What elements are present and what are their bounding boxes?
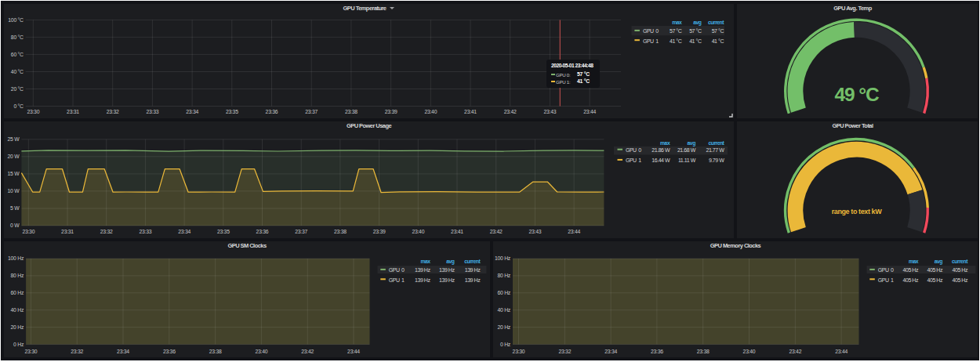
svg-text:405 Hz: 405 Hz [927,277,943,283]
svg-text:405 Hz: 405 Hz [953,267,968,273]
svg-text:139 Hz: 139 Hz [439,267,455,273]
svg-text:23:40: 23:40 [412,229,424,234]
svg-text:21.86 W: 21.86 W [652,147,670,153]
svg-text:GPU 1: GPU 1 [626,157,641,163]
svg-text:10 W: 10 W [8,188,20,194]
svg-text:23:38: 23:38 [697,349,710,354]
svg-text:405 Hz: 405 Hz [953,277,968,283]
svg-text:23:30: 23:30 [27,109,39,114]
svg-text:current: current [708,140,724,146]
svg-text:11.11 W: 11.11 W [678,157,696,163]
svg-text:60 Hz: 60 Hz [497,290,510,295]
svg-text:avg: avg [688,140,696,147]
svg-text:avg: avg [446,259,455,265]
svg-text:25 W: 25 W [8,136,20,142]
svg-text:23:40: 23:40 [743,349,756,354]
svg-text:23:31: 23:31 [61,229,74,234]
svg-text:0 W: 0 W [10,223,20,228]
svg-text:max: max [660,140,670,146]
svg-text:20 °C: 20 °C [11,86,24,92]
svg-text:GPU 0: GPU 0 [878,267,894,273]
svg-text:23:34: 23:34 [117,349,129,354]
svg-text:23:40: 23:40 [424,109,437,114]
svg-text:49 °C: 49 °C [834,84,879,105]
svg-text:23:32: 23:32 [558,349,571,354]
svg-text:57 °C: 57 °C [712,28,724,34]
svg-text:GPU 1: GPU 1 [643,38,659,44]
svg-text:80 Hz: 80 Hz [497,273,510,278]
svg-text:23:37: 23:37 [305,109,318,114]
svg-text:23:38: 23:38 [345,109,358,114]
svg-text:23:32: 23:32 [100,229,113,234]
svg-text:40 Hz: 40 Hz [497,307,510,313]
svg-text:100 Hz: 100 Hz [495,255,511,261]
svg-text:23:44: 23:44 [568,229,580,234]
svg-text:max: max [672,20,682,25]
svg-text:23:40: 23:40 [256,349,268,354]
svg-text:16.44 W: 16.44 W [652,157,670,163]
svg-text:0 Hz: 0 Hz [500,342,511,347]
svg-text:139 Hz: 139 Hz [465,277,481,283]
svg-text:23:32: 23:32 [71,349,83,354]
svg-text:23:30: 23:30 [25,349,38,354]
svg-text:23:42: 23:42 [301,349,314,354]
svg-text:405 Hz: 405 Hz [927,267,943,273]
svg-text:range to text kW: range to text kW [832,208,883,215]
svg-text:GPU 0: GPU 0 [626,147,641,153]
svg-text:23:42: 23:42 [789,349,801,354]
svg-text:0 °C: 0 °C [13,103,24,109]
svg-text:current: current [952,259,968,264]
svg-text:GPU 1: GPU 1 [389,277,405,283]
svg-text:23:42: 23:42 [490,229,503,234]
svg-text:avg: avg [935,259,943,265]
svg-text:23:39: 23:39 [385,109,397,114]
svg-text:23:35: 23:35 [217,229,230,234]
svg-text:405 Hz: 405 Hz [903,277,919,283]
svg-text:23:34: 23:34 [186,109,198,114]
svg-text:23:44: 23:44 [583,109,596,114]
svg-text:100 °C: 100 °C [8,17,24,23]
svg-text:23:41: 23:41 [464,109,477,114]
svg-text:23:36: 23:36 [256,229,269,234]
svg-text:57 °C: 57 °C [670,28,682,34]
svg-text:23:30: 23:30 [513,349,525,354]
svg-text:23:31: 23:31 [67,109,79,114]
svg-text:80 Hz: 80 Hz [11,273,24,278]
svg-text:139 Hz: 139 Hz [465,267,481,273]
svg-text:41 °C: 41 °C [670,38,682,44]
svg-text:23:30: 23:30 [22,229,34,234]
svg-text:23:43: 23:43 [529,229,542,234]
svg-text:9.79 W: 9.79 W [709,157,724,163]
svg-text:21.68 W: 21.68 W [677,147,696,153]
svg-text:40 Hz: 40 Hz [11,307,24,313]
svg-text:0 Hz: 0 Hz [13,342,24,347]
svg-text:5 W: 5 W [10,205,20,211]
svg-text:139 Hz: 139 Hz [415,267,430,273]
svg-text:23:34: 23:34 [178,229,191,234]
svg-text:20 Hz: 20 Hz [497,324,510,330]
svg-text:23:34: 23:34 [604,349,617,354]
svg-text:21.77 W: 21.77 W [706,147,724,153]
svg-text:23:41: 23:41 [451,229,463,234]
svg-text:23:42: 23:42 [504,109,517,114]
svg-text:GPU 1: GPU 1 [878,277,894,283]
svg-text:41 °C: 41 °C [689,38,702,44]
svg-text:23:44: 23:44 [835,349,848,354]
svg-text:23:35: 23:35 [226,109,238,114]
svg-text:max: max [909,259,919,264]
svg-text:23:33: 23:33 [140,229,152,234]
svg-text:GPU 0: GPU 0 [643,28,659,34]
svg-text:139 Hz: 139 Hz [439,277,455,283]
svg-text:23:44: 23:44 [347,349,360,354]
svg-text:57 °C: 57 °C [689,28,702,34]
svg-text:23:38: 23:38 [209,349,222,354]
svg-text:current: current [708,20,724,25]
svg-text:20 Hz: 20 Hz [11,324,24,330]
svg-text:23:32: 23:32 [107,109,119,114]
svg-text:20 W: 20 W [8,154,20,159]
svg-text:15 W: 15 W [8,171,20,176]
svg-text:max: max [420,259,430,264]
svg-text:23:38: 23:38 [334,229,347,234]
svg-text:current: current [464,259,481,264]
svg-text:23:33: 23:33 [147,109,159,114]
